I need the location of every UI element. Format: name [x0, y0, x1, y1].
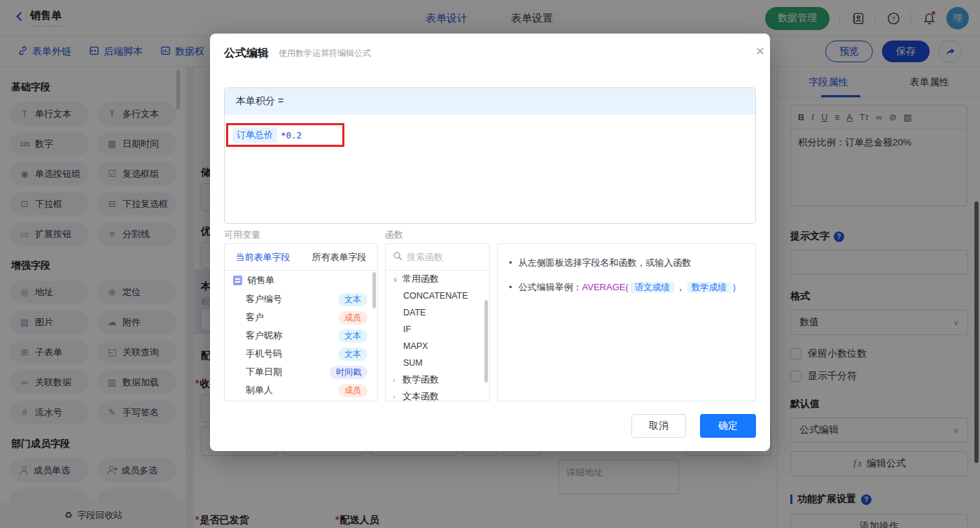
tab-current-form-fields[interactable]: 当前表单字段	[225, 244, 301, 270]
close-icon[interactable]: ×	[756, 43, 764, 58]
function-name-example: AVERAGE(	[582, 282, 629, 292]
variables-panel: 当前表单字段 所有表单字段 销售单 客户编号文本 客户成员 客户昵称文本 手机号…	[224, 243, 378, 401]
annotation-highlight-box: 订单总价 *0.2	[226, 123, 344, 147]
function-item[interactable]: MAPX	[386, 338, 489, 355]
field-type-badge: 成员	[338, 384, 368, 397]
help-tip-1: • 从左侧面板选择字段名和函数，或输入函数	[509, 256, 744, 270]
chevron-right-icon: ›	[393, 376, 398, 384]
cancel-button[interactable]: 取消	[631, 414, 686, 438]
variables-scrollbar[interactable]	[372, 272, 376, 308]
function-group-common[interactable]: ∨常用函数	[386, 271, 489, 287]
formula-editor: 本单积分 = 订单总价 *0.2	[224, 87, 756, 224]
variable-row[interactable]: 客户编号文本	[225, 290, 377, 308]
form-doc-icon	[233, 276, 242, 285]
confirm-button[interactable]: 确定	[700, 414, 756, 438]
formula-edit-modal: 公式编辑 使用数学运算符编辑公式 × 本单积分 = 订单总价 *0.2 可用变量…	[210, 34, 770, 451]
functions-panel: ∨常用函数 CONCATENATE DATE IF MAPX SUM ›数学函数…	[385, 243, 490, 401]
modal-header: 公式编辑 使用数学运算符编辑公式	[224, 34, 756, 73]
function-item[interactable]: IF	[386, 321, 489, 338]
variables-tabs: 当前表单字段 所有表单字段	[225, 244, 377, 271]
modal-subtitle: 使用数学运算符编辑公式	[279, 48, 371, 59]
modal-footer: 取消 确定	[631, 414, 756, 438]
search-icon	[393, 251, 402, 264]
field-type-badge: 时间戳	[330, 366, 368, 379]
variable-row[interactable]: 手机号码文本	[225, 345, 377, 363]
formula-target-label: 本单积分 =	[225, 88, 755, 115]
function-group-text[interactable]: ›文本函数	[386, 388, 489, 401]
app-window: 销售单 表单设计 表单设置 数据管理 ? 理 表单外链 后端脚本	[0, 0, 980, 528]
chevron-right-icon: ›	[393, 393, 398, 401]
field-token[interactable]: 订单总价	[232, 127, 277, 143]
formula-expression: *0.2	[281, 130, 302, 141]
help-tip-2: • 公式编辑举例：AVERAGE(语文成绩，数学成绩)	[509, 280, 744, 294]
variable-row-clipped[interactable]	[225, 399, 377, 401]
functions-label: 函数	[385, 229, 403, 241]
function-item[interactable]: CONCATENATE	[386, 287, 489, 304]
variables-list: 销售单 客户编号文本 客户成员 客户昵称文本 手机号码文本 下单日期时间戳 制单…	[225, 271, 377, 401]
variable-row[interactable]: 客户成员	[225, 308, 377, 327]
function-search	[386, 244, 489, 271]
example-field-token: 数学成绩	[687, 282, 731, 293]
function-item[interactable]: DATE	[386, 304, 489, 321]
function-group-math[interactable]: ›数学函数	[386, 371, 489, 388]
field-type-badge: 文本	[338, 348, 368, 361]
functions-scrollbar[interactable]	[484, 300, 488, 383]
variable-row[interactable]: 制单人成员	[225, 381, 377, 399]
field-type-badge: 文本	[338, 329, 368, 343]
modal-title: 公式编辑	[224, 46, 269, 61]
field-type-badge: 文本	[338, 293, 368, 306]
variable-row[interactable]: 下单日期时间戳	[225, 363, 377, 381]
variables-label: 可用变量	[224, 229, 260, 241]
chevron-down-icon: ∨	[393, 276, 398, 283]
variable-row[interactable]: 客户昵称文本	[225, 327, 377, 345]
example-field-token: 语文成绩	[631, 282, 674, 293]
form-tree-root[interactable]: 销售单	[225, 271, 377, 290]
formula-input-area[interactable]: 订单总价 *0.2	[225, 115, 755, 224]
functions-list: ∨常用函数 CONCATENATE DATE IF MAPX SUM ›数学函数…	[386, 271, 489, 401]
field-type-badge: 成员	[338, 311, 368, 324]
formula-help-panel: • 从左侧面板选择字段名和函数，或输入函数 • 公式编辑举例：AVERAGE(语…	[497, 243, 756, 401]
tab-all-form-fields[interactable]: 所有表单字段	[301, 244, 377, 270]
function-search-input[interactable]	[407, 252, 477, 262]
function-item[interactable]: SUM	[386, 355, 489, 371]
